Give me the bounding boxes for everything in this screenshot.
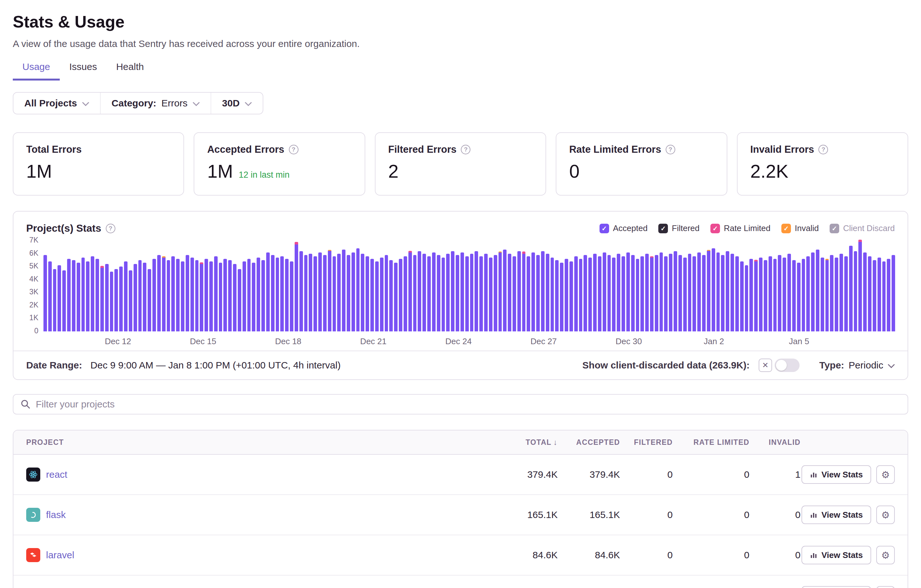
client-discard-toggle[interactable]: ✕ (759, 358, 799, 372)
legend-item-filtered[interactable]: ✓Filtered (658, 223, 700, 233)
help-icon[interactable]: ? (289, 145, 298, 154)
date-range-filter-label: 30D (222, 98, 240, 109)
cell-accepted: 165.1K (558, 510, 620, 520)
rate-limited-errors-card: Rate Limited Errors? 0 (556, 132, 727, 195)
chart-bar (138, 260, 142, 331)
date-range-value: Dec 9 9:00 AM — Jan 8 1:00 PM (+01:00 UT… (90, 360, 341, 371)
chart-bar (806, 256, 810, 331)
view-stats-button[interactable]: View Stats (802, 546, 871, 564)
x-axis-tick: Jan 2 (704, 337, 724, 346)
chart-bar (887, 259, 890, 331)
filter-bar: All Projects Category: Errors 30D (13, 92, 263, 114)
settings-gear-button[interactable]: ⚙ (876, 546, 895, 564)
settings-gear-button[interactable]: ⚙ (876, 586, 895, 588)
tab-health[interactable]: Health (106, 59, 153, 81)
legend-item-accepted[interactable]: ✓Accepted (599, 223, 648, 233)
y-axis-tick: 7K (29, 236, 38, 244)
chart-bar (551, 257, 554, 331)
search-input[interactable] (13, 394, 908, 414)
chart-bar (858, 239, 862, 331)
chart-bar (437, 255, 440, 331)
chart-bar (460, 252, 464, 332)
legend-item-invalid[interactable]: ✓Invalid (781, 223, 819, 233)
cell-total: 379.4K (478, 469, 558, 480)
table-row: laravel84.6K84.6K000View Stats⚙ (13, 535, 908, 575)
col-total-sort[interactable]: Total↓ (478, 438, 558, 447)
page-subtitle: A view of the usage data that Sentry has… (13, 38, 908, 49)
x-axis-tick: Dec 21 (360, 337, 386, 346)
chart-bar (664, 256, 667, 331)
projects-table: Project Total↓ Accepted Filtered Rate Li… (13, 430, 908, 588)
total-errors-card: Total Errors 1M (13, 132, 184, 195)
chart-bar (195, 260, 199, 331)
chart-bar (143, 263, 146, 331)
checkbox-checked-icon: ✓ (710, 224, 720, 233)
chart-bar (570, 261, 573, 331)
category-filter-value: Errors (161, 98, 187, 109)
chart-bar (522, 251, 526, 331)
project-filter-dropdown[interactable]: All Projects (13, 93, 101, 114)
chart-bar (835, 257, 838, 331)
chart-bar (261, 260, 265, 331)
table-row: react379.4K379.4K001View Stats⚙ (13, 455, 908, 495)
chart-bar (451, 251, 454, 332)
chart-bar (503, 249, 506, 331)
chart-bar (385, 255, 388, 331)
chart-bar (62, 270, 66, 331)
x-axis-tick: Dec 24 (445, 337, 471, 346)
chart-bar (825, 259, 829, 331)
tab-issues[interactable]: Issues (60, 59, 107, 81)
chart-bar (636, 259, 639, 331)
chart-bar (882, 261, 886, 331)
checkbox-checked-icon: ✓ (658, 224, 668, 233)
chart-bar (546, 254, 549, 331)
settings-gear-button[interactable]: ⚙ (876, 465, 895, 484)
tab-usage[interactable]: Usage (13, 59, 60, 81)
chart-bar (375, 261, 379, 331)
chart-bar (735, 256, 739, 331)
type-dropdown[interactable]: Type: Periodic (819, 360, 895, 371)
y-axis-tick: 3K (29, 288, 38, 296)
chart-bar (304, 255, 308, 331)
chart-x-axis: Dec 12Dec 15Dec 18Dec 21Dec 24Dec 27Dec … (44, 331, 895, 348)
legend-label: Client Discard (843, 223, 895, 233)
checkbox-checked-icon: ✓ (781, 224, 791, 233)
react-icon (26, 467, 40, 482)
chart-bar (228, 260, 232, 331)
cell-filtered: 0 (620, 510, 673, 520)
category-filter-label: Category: (112, 98, 156, 109)
chart-footer: Date Range: Dec 9 9:00 AM — Jan 8 1:00 P… (13, 351, 908, 380)
project-link[interactable]: flask (46, 510, 66, 520)
chart-bar (100, 266, 104, 331)
legend-item-rate-limited[interactable]: ✓Rate Limited (710, 223, 770, 233)
cell-total: 84.6K (478, 550, 558, 560)
chart-bar (778, 255, 781, 331)
project-link[interactable]: laravel (46, 550, 74, 560)
chart-bar (148, 269, 151, 331)
view-stats-button[interactable]: View Stats (802, 586, 871, 588)
chart-bar (768, 256, 772, 331)
date-range-dropdown[interactable]: 30D (211, 93, 263, 114)
category-filter-dropdown[interactable]: Category: Errors (101, 93, 211, 114)
help-icon[interactable]: ? (106, 224, 116, 233)
settings-gear-button[interactable]: ⚙ (876, 505, 895, 524)
y-axis-tick: 0 (34, 327, 38, 335)
legend-item-client-discard[interactable]: ✓Client Discard (830, 223, 895, 233)
project-link[interactable]: react (46, 469, 67, 480)
chart-bar (285, 259, 288, 331)
chart-bar (446, 254, 450, 331)
y-axis-tick: 5K (29, 262, 38, 270)
cell-rate-limited: 0 (673, 469, 749, 480)
checkbox-checked-icon: ✓ (599, 224, 609, 233)
table-row: 77.7K77.7K000View Stats⚙ (13, 575, 908, 588)
view-stats-button[interactable]: View Stats (802, 465, 871, 484)
help-icon[interactable]: ? (666, 145, 675, 154)
chart-bar (276, 257, 279, 331)
chart-bar (707, 250, 710, 331)
help-icon[interactable]: ? (461, 145, 470, 154)
chart-bar (565, 259, 568, 331)
x-axis-tick: Dec 12 (105, 337, 131, 346)
view-stats-button[interactable]: View Stats (802, 505, 871, 524)
invalid-errors-value: 2.2K (750, 160, 788, 182)
help-icon[interactable]: ? (818, 145, 828, 154)
